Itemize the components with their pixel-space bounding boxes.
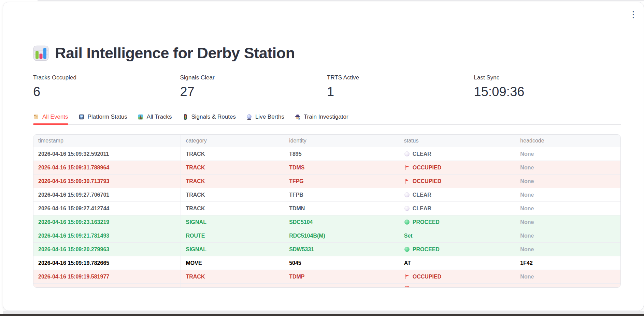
- cell-headcode[interactable]: None: [515, 188, 620, 201]
- cell-identity[interactable]: 5045: [284, 256, 399, 270]
- table-row: [33, 283, 620, 288]
- scroll-icon: [33, 114, 39, 120]
- cell-identity[interactable]: T895: [284, 147, 399, 161]
- cell-headcode[interactable]: None: [515, 175, 620, 188]
- column-header-status[interactable]: status: [399, 135, 516, 147]
- cell-identity[interactable]: TFPB: [284, 188, 399, 201]
- cell-timestamp[interactable]: 2026-04-16 15:09:27.412744: [33, 202, 181, 215]
- cell-category[interactable]: TRACK: [181, 188, 284, 201]
- white-circle-icon: [404, 206, 410, 211]
- cell-headcode[interactable]: None: [515, 243, 620, 256]
- page-title-text: Rail Intelligence for Derby Station: [55, 44, 295, 62]
- streamlit-app-card: ⋮ Rail Intelligence for Derby Station Tr…: [3, 2, 644, 311]
- cell-category[interactable]: TRACK: [181, 270, 284, 283]
- metric-value: 6: [33, 85, 180, 99]
- metrics-row: Tracks Occupied6Signals Clear27TRTS Acti…: [33, 74, 621, 99]
- status-text: PROCEED: [413, 219, 440, 225]
- status-text: AT: [404, 260, 411, 266]
- window-bottom-edge: [0, 314, 644, 316]
- cell-headcode[interactable]: None: [515, 215, 620, 229]
- cell-status[interactable]: CLEAR: [399, 202, 516, 215]
- column-header-category[interactable]: category: [181, 135, 284, 147]
- cell-identity[interactable]: SDW5331: [284, 243, 399, 256]
- cell-category[interactable]: MOVE: [181, 256, 284, 270]
- cell-headcode[interactable]: None: [515, 202, 620, 215]
- page-title: Rail Intelligence for Derby Station: [33, 40, 295, 66]
- tab-bar: All Events Platform Status All Tracks Si…: [33, 113, 621, 125]
- tab-label: Signals & Routes: [191, 114, 236, 120]
- green-circle-icon: [404, 246, 410, 252]
- backdrop-top-strip: [38, 0, 644, 1]
- cell-status[interactable]: OCCUPIED: [399, 270, 516, 283]
- cell-timestamp[interactable]: 2026-04-16 15:09:19.581977: [33, 270, 181, 283]
- tab-all-events[interactable]: All Events: [33, 113, 68, 124]
- status-text: OCCUPIED: [413, 274, 441, 280]
- tab-all-tracks[interactable]: All Tracks: [138, 113, 172, 124]
- cell-timestamp[interactable]: 2026-04-16 15:09:31.788964: [33, 161, 181, 174]
- metric-value: 1: [327, 85, 474, 99]
- cell-status[interactable]: CLEAR: [399, 147, 516, 161]
- status-text: CLEAR: [413, 192, 431, 198]
- cell-identity[interactable]: SDC5104: [284, 215, 399, 229]
- cell-status[interactable]: OCCUPIED: [399, 175, 516, 188]
- cell-status[interactable]: PROCEED: [399, 215, 516, 229]
- cell-status[interactable]: CLEAR: [399, 188, 516, 201]
- cell-identity[interactable]: [284, 284, 399, 288]
- table-row: 2026-04-16 15:09:30.713793TRACKTFPG OCCU…: [33, 174, 620, 188]
- cell-category[interactable]: TRACK: [181, 175, 284, 188]
- metric-label: Last Sync: [474, 74, 621, 81]
- cell-headcode[interactable]: None: [515, 229, 620, 242]
- cell-category[interactable]: SIGNAL: [181, 215, 284, 229]
- cell-timestamp[interactable]: 2026-04-16 15:09:21.781493: [33, 229, 181, 242]
- cell-category[interactable]: ROUTE: [181, 229, 284, 242]
- column-header-headcode[interactable]: headcode: [515, 135, 620, 147]
- metric-last-sync: Last Sync15:09:36: [474, 74, 621, 99]
- cell-headcode[interactable]: None: [515, 147, 620, 161]
- cell-identity[interactable]: TDMP: [284, 270, 399, 283]
- cell-identity[interactable]: TDMS: [284, 161, 399, 174]
- cell-headcode[interactable]: None: [515, 161, 620, 174]
- cell-timestamp[interactable]: [33, 284, 181, 288]
- metric-value: 15:09:36: [474, 85, 621, 99]
- tab-live-berths[interactable]: Live Berths: [246, 113, 284, 124]
- events-table: timestampcategoryidentitystatusheadcode2…: [33, 134, 621, 288]
- cell-timestamp[interactable]: 2026-04-16 15:09:23.163219: [33, 215, 181, 229]
- cell-timestamp[interactable]: 2026-04-16 15:09:30.713793: [33, 175, 181, 188]
- cell-headcode[interactable]: [515, 284, 620, 288]
- cell-category[interactable]: [181, 284, 284, 288]
- railway-track-icon: [138, 114, 144, 120]
- cell-status[interactable]: PROCEED: [399, 243, 516, 256]
- cell-timestamp[interactable]: 2026-04-16 15:09:20.279963: [33, 243, 181, 256]
- cell-headcode[interactable]: 1F42: [515, 256, 620, 270]
- cell-identity[interactable]: TDMN: [284, 202, 399, 215]
- crystal-ball-icon: [246, 114, 252, 120]
- red-circle-icon: [404, 285, 410, 288]
- cell-identity[interactable]: TFPG: [284, 175, 399, 188]
- cell-status[interactable]: AT: [399, 256, 516, 270]
- cell-status[interactable]: OCCUPIED: [399, 161, 516, 174]
- cell-headcode[interactable]: None: [515, 270, 620, 283]
- metric-tracks-occupied: Tracks Occupied6: [33, 74, 180, 99]
- cell-identity[interactable]: RDC5104B(M): [284, 229, 399, 242]
- cell-timestamp[interactable]: 2026-04-16 15:09:27.706701: [33, 188, 181, 201]
- tab-label: Train Investigator: [304, 114, 348, 120]
- cell-category[interactable]: TRACK: [181, 161, 284, 174]
- app-menu-button[interactable]: ⋮: [627, 10, 640, 19]
- column-header-identity[interactable]: identity: [284, 135, 399, 147]
- cell-timestamp[interactable]: 2026-04-16 15:09:19.782665: [33, 256, 181, 270]
- tab-train-investigator[interactable]: Train Investigator: [295, 113, 348, 124]
- cell-status[interactable]: Set: [399, 229, 516, 242]
- tab-platform-status[interactable]: Platform Status: [78, 113, 127, 124]
- app-window: ⋮ Rail Intelligence for Derby Station Tr…: [0, 0, 644, 316]
- column-header-timestamp[interactable]: timestamp: [33, 135, 181, 147]
- cell-category[interactable]: TRACK: [181, 202, 284, 215]
- metric-signals-clear: Signals Clear27: [180, 74, 327, 99]
- cell-status[interactable]: [399, 284, 516, 288]
- tab-label: All Events: [42, 114, 68, 120]
- table-row: 2026-04-16 15:09:23.163219SIGNALSDC5104 …: [33, 215, 620, 229]
- status-text: PROCEED: [413, 246, 440, 253]
- cell-category[interactable]: SIGNAL: [181, 243, 284, 256]
- cell-timestamp[interactable]: 2026-04-16 15:09:32.592011: [33, 147, 181, 161]
- tab-signals-routes[interactable]: Signals & Routes: [182, 113, 236, 124]
- cell-category[interactable]: TRACK: [181, 147, 284, 161]
